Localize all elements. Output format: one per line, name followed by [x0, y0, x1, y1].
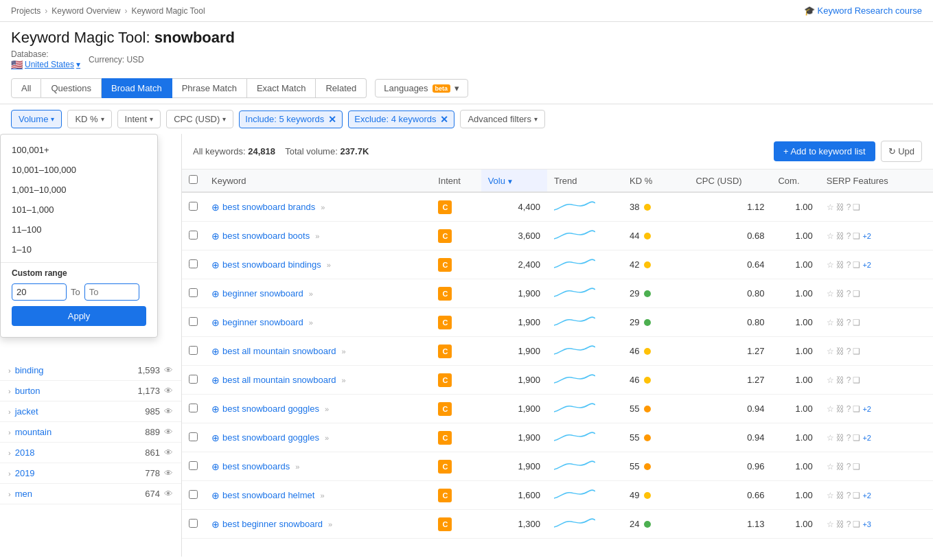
kd-cell: 24 [623, 510, 689, 539]
keyword-link[interactable]: best snowboard goggles [222, 432, 319, 443]
row-checkbox[interactable] [189, 375, 198, 384]
expand-keyword-icon[interactable]: » [321, 203, 325, 211]
expand-keyword-icon[interactable]: » [309, 318, 313, 327]
sidebar-group-men[interactable]: › men 674 👁 [0, 484, 181, 504]
volume-to-input[interactable] [84, 283, 139, 301]
keyword-link[interactable]: best snowboard bindings [222, 259, 321, 270]
select-all-checkbox[interactable] [189, 175, 198, 184]
expand-keyword-icon[interactable]: » [295, 463, 299, 471]
keyword-link[interactable]: best all mountain snowboard [222, 346, 336, 356]
serp-cell: ☆ ⛓ ? ❑ [820, 366, 933, 395]
keyword-cell: ⊕ beginner snowboard » [205, 308, 431, 337]
keyword-link[interactable]: best snowboard brands [222, 202, 315, 212]
expand-keyword-icon[interactable]: » [342, 347, 346, 355]
add-keyword-icon[interactable]: ⊕ [211, 432, 220, 443]
sidebar-group-2019[interactable]: › 2019 778 👁 [0, 463, 181, 484]
sidebar-group-burton[interactable]: › burton 1,173 👁 [0, 381, 181, 401]
cpc-filter[interactable]: CPC (USD) ▾ [166, 110, 233, 128]
sidebar-group-binding[interactable]: › binding 1,593 👁 [0, 360, 181, 381]
eye-icon[interactable]: 👁 [164, 386, 173, 396]
keyword-link[interactable]: best snowboard goggles [222, 404, 319, 414]
row-checkbox[interactable] [189, 317, 198, 326]
add-keyword-icon[interactable]: ⊕ [211, 404, 220, 415]
row-checkbox[interactable] [189, 202, 198, 211]
kd-cell: 55 [623, 423, 689, 452]
eye-icon[interactable]: 👁 [164, 427, 173, 437]
expand-keyword-icon[interactable]: » [342, 376, 346, 384]
keyword-link[interactable]: beginner snowboard [222, 317, 303, 327]
tab-questions[interactable]: Questions [41, 78, 102, 98]
eye-icon[interactable]: 👁 [164, 447, 173, 458]
sidebar-group-2018[interactable]: › 2018 861 👁 [0, 443, 181, 463]
database-selector[interactable]: 🇺🇸 United States ▾ [11, 59, 80, 70]
breadcrumb-keyword-overview[interactable]: Keyword Overview [51, 6, 120, 16]
intent-filter[interactable]: Intent ▾ [117, 110, 161, 128]
row-checkbox[interactable] [189, 490, 198, 499]
add-keyword-icon[interactable]: ⊕ [211, 288, 220, 299]
serp-more: +2 [862, 261, 871, 269]
eye-icon[interactable]: 👁 [164, 365, 173, 375]
tab-exact-match[interactable]: Exact Match [247, 78, 316, 98]
add-keyword-icon[interactable]: ⊕ [211, 202, 220, 213]
tab-related[interactable]: Related [316, 78, 367, 98]
row-checkbox[interactable] [189, 461, 198, 470]
volume-header[interactable]: Volu▼ [481, 170, 547, 192]
add-keyword-icon[interactable]: ⊕ [211, 346, 220, 357]
keyword-link[interactable]: beginner snowboard [222, 288, 303, 299]
volume-option-1k[interactable]: 1,001–10,000 [1, 180, 157, 200]
kd-filter[interactable]: KD % ▾ [67, 110, 111, 128]
update-button[interactable]: ↻ Upd [881, 141, 922, 162]
advanced-filters[interactable]: Advanced filters ▾ [460, 110, 545, 128]
expand-keyword-icon[interactable]: » [320, 491, 324, 500]
keyword-link[interactable]: best beginner snowboard [222, 519, 323, 529]
expand-keyword-icon[interactable]: » [315, 232, 319, 240]
add-keyword-icon[interactable]: ⊕ [211, 461, 220, 472]
eye-icon[interactable]: 👁 [164, 468, 173, 478]
expand-keyword-icon[interactable]: » [309, 290, 313, 298]
row-checkbox[interactable] [189, 259, 198, 268]
eye-icon[interactable]: 👁 [164, 489, 173, 499]
expand-keyword-icon[interactable]: » [327, 261, 331, 269]
course-link[interactable]: 🎓 Keyword Research course [804, 5, 922, 16]
tab-all[interactable]: All [11, 78, 41, 98]
intent-cell: C [431, 366, 481, 395]
add-keyword-icon[interactable]: ⊕ [211, 519, 220, 530]
add-keyword-icon[interactable]: ⊕ [211, 317, 220, 328]
exclude-filter-clear[interactable]: ✕ [440, 114, 448, 125]
apply-button[interactable]: Apply [12, 306, 146, 326]
row-checkbox[interactable] [189, 288, 198, 297]
add-keyword-icon[interactable]: ⊕ [211, 375, 220, 386]
keyword-link[interactable]: best snowboard helmet [222, 490, 314, 500]
keyword-link[interactable]: best snowboard boots [222, 231, 310, 241]
volume-option-1000[interactable]: 101–1,000 [1, 200, 157, 220]
tab-phrase-match[interactable]: Phrase Match [172, 78, 247, 98]
expand-keyword-icon[interactable]: » [328, 520, 332, 528]
row-checkbox[interactable] [189, 404, 198, 412]
row-checkbox[interactable] [189, 231, 198, 240]
volume-from-input[interactable] [12, 283, 67, 301]
languages-dropdown[interactable]: Languages beta ▾ [375, 79, 468, 97]
keyword-link[interactable]: best snowboards [222, 461, 290, 471]
sidebar-group-mountain[interactable]: › mountain 889 👁 [0, 422, 181, 443]
volume-option-10k[interactable]: 10,001–100,000 [1, 160, 157, 180]
row-checkbox[interactable] [189, 519, 198, 528]
volume-option-100k[interactable]: 100,001+ [1, 140, 157, 160]
row-checkbox[interactable] [189, 432, 198, 441]
add-keyword-icon[interactable]: ⊕ [211, 490, 220, 501]
expand-keyword-icon[interactable]: » [325, 434, 329, 442]
add-to-keyword-list-button[interactable]: + Add to keyword list [774, 141, 875, 161]
add-keyword-icon[interactable]: ⊕ [211, 231, 220, 242]
add-keyword-icon[interactable]: ⊕ [211, 259, 220, 270]
tab-broad-match[interactable]: Broad Match [102, 78, 172, 98]
eye-icon[interactable]: 👁 [164, 406, 173, 417]
include-filter-clear[interactable]: ✕ [328, 114, 336, 125]
sidebar-group-jacket[interactable]: › jacket 985 👁 [0, 401, 181, 422]
kd-header: KD % [623, 170, 689, 192]
volume-filter[interactable]: Volume ▾ [11, 110, 62, 128]
volume-option-10[interactable]: 1–10 [1, 240, 157, 259]
expand-keyword-icon[interactable]: » [325, 405, 329, 413]
keyword-link[interactable]: best all mountain snowboard [222, 375, 336, 385]
row-checkbox[interactable] [189, 346, 198, 355]
volume-option-100[interactable]: 11–100 [1, 220, 157, 240]
breadcrumb-projects[interactable]: Projects [11, 6, 41, 16]
